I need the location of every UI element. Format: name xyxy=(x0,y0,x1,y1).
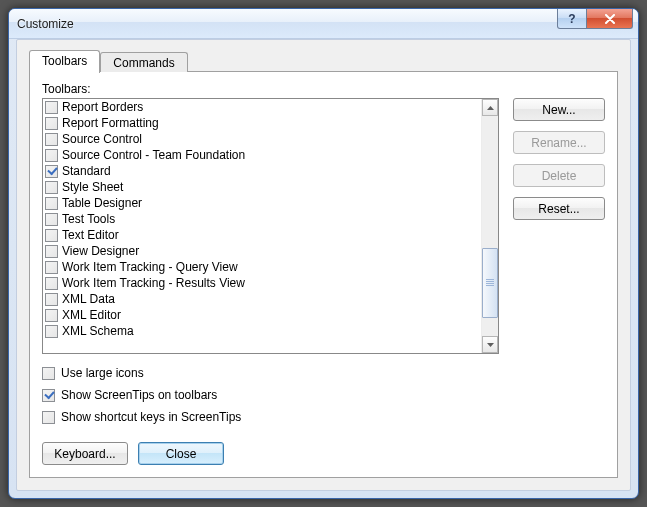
upper-row: Toolbars: Report BordersReport Formattin… xyxy=(42,82,605,354)
option-label: Use large icons xyxy=(61,366,144,380)
checkbox-icon[interactable] xyxy=(45,293,58,306)
listbox-column: Toolbars: Report BordersReport Formattin… xyxy=(42,82,499,354)
scroll-thumb[interactable] xyxy=(482,248,498,318)
listbox-label: Toolbars: xyxy=(42,82,499,96)
checkbox-icon[interactable] xyxy=(45,133,58,146)
side-buttons: New... Rename... Delete Reset... xyxy=(513,98,605,354)
tabpage-toolbars: Toolbars: Report BordersReport Formattin… xyxy=(29,71,618,478)
help-button[interactable]: ? xyxy=(557,9,587,29)
list-item-label: Style Sheet xyxy=(62,180,123,195)
checkbox-icon[interactable] xyxy=(45,149,58,162)
tab-toolbars[interactable]: Toolbars xyxy=(29,50,100,73)
checkbox-icon[interactable] xyxy=(45,325,58,338)
checkbox-icon[interactable] xyxy=(42,367,55,380)
list-item-label: Work Item Tracking - Query View xyxy=(62,260,238,275)
chevron-down-icon xyxy=(487,343,494,347)
list-item-label: Source Control xyxy=(62,132,142,147)
checkbox-icon[interactable] xyxy=(45,197,58,210)
list-item[interactable]: XML Schema xyxy=(43,323,481,339)
tabstrip: Toolbars Commands xyxy=(29,50,618,72)
checkbox-icon[interactable] xyxy=(45,261,58,274)
close-window-button[interactable] xyxy=(587,9,633,29)
scroll-up-button[interactable] xyxy=(482,99,498,116)
toolbars-listbox[interactable]: Report BordersReport FormattingSource Co… xyxy=(42,98,499,354)
close-button[interactable]: Close xyxy=(138,442,224,465)
checkbox-icon[interactable] xyxy=(45,277,58,290)
checkbox-icon[interactable] xyxy=(45,117,58,130)
scroll-track[interactable] xyxy=(482,116,498,336)
list-item-label: Work Item Tracking - Results View xyxy=(62,276,245,291)
list-item-label: Source Control - Team Foundation xyxy=(62,148,245,163)
option-row[interactable]: Show shortcut keys in ScreenTips xyxy=(42,410,605,424)
tab-commands[interactable]: Commands xyxy=(100,52,187,72)
client-area: Toolbars Commands Toolbars: Report Borde… xyxy=(16,39,631,491)
window-title: Customize xyxy=(17,17,557,31)
list-item[interactable]: XML Editor xyxy=(43,307,481,323)
option-row[interactable]: Show ScreenTips on toolbars xyxy=(42,388,605,402)
checkbox-icon[interactable] xyxy=(42,411,55,424)
list-item-label: Test Tools xyxy=(62,212,115,227)
list-item[interactable]: Source Control xyxy=(43,131,481,147)
checkbox-icon[interactable] xyxy=(45,229,58,242)
checkbox-icon[interactable] xyxy=(45,101,58,114)
bottom-bar: Keyboard... Close xyxy=(42,442,605,465)
list-item[interactable]: Report Formatting xyxy=(43,115,481,131)
option-label: Show shortcut keys in ScreenTips xyxy=(61,410,241,424)
list-item[interactable]: Work Item Tracking - Query View xyxy=(43,259,481,275)
list-item[interactable]: Table Designer xyxy=(43,195,481,211)
listbox-items: Report BordersReport FormattingSource Co… xyxy=(43,99,481,353)
titlebar[interactable]: Customize ? xyxy=(9,9,638,39)
delete-button[interactable]: Delete xyxy=(513,164,605,187)
tab-label: Toolbars xyxy=(42,54,87,68)
checkbox-icon[interactable] xyxy=(45,245,58,258)
window-controls: ? xyxy=(557,9,638,38)
list-item[interactable]: XML Data xyxy=(43,291,481,307)
list-item[interactable]: Standard xyxy=(43,163,481,179)
rename-button[interactable]: Rename... xyxy=(513,131,605,154)
chevron-up-icon xyxy=(487,106,494,110)
checkbox-icon[interactable] xyxy=(45,213,58,226)
list-item[interactable]: Text Editor xyxy=(43,227,481,243)
scroll-grip-icon xyxy=(486,279,494,287)
list-item-label: Report Formatting xyxy=(62,116,159,131)
new-button[interactable]: New... xyxy=(513,98,605,121)
checkbox-icon[interactable] xyxy=(45,309,58,322)
customize-dialog: Customize ? Toolbars Commands Toolbars: xyxy=(8,8,639,499)
tab-label: Commands xyxy=(113,56,174,70)
list-item-label: XML Schema xyxy=(62,324,134,339)
list-item-label: XML Editor xyxy=(62,308,121,323)
option-row[interactable]: Use large icons xyxy=(42,366,605,380)
list-item[interactable]: Style Sheet xyxy=(43,179,481,195)
list-item-label: Table Designer xyxy=(62,196,142,211)
list-item-label: Text Editor xyxy=(62,228,119,243)
scroll-down-button[interactable] xyxy=(482,336,498,353)
checkbox-icon[interactable] xyxy=(42,389,55,402)
list-item[interactable]: Work Item Tracking - Results View xyxy=(43,275,481,291)
list-item[interactable]: Source Control - Team Foundation xyxy=(43,147,481,163)
checkbox-icon[interactable] xyxy=(45,181,58,194)
list-item[interactable]: View Designer xyxy=(43,243,481,259)
list-item-label: Standard xyxy=(62,164,111,179)
list-item-label: View Designer xyxy=(62,244,139,259)
list-item-label: XML Data xyxy=(62,292,115,307)
list-item[interactable]: Report Borders xyxy=(43,99,481,115)
close-icon xyxy=(604,14,616,24)
option-label: Show ScreenTips on toolbars xyxy=(61,388,217,402)
checkbox-icon[interactable] xyxy=(45,165,58,178)
list-item[interactable]: Test Tools xyxy=(43,211,481,227)
keyboard-button[interactable]: Keyboard... xyxy=(42,442,128,465)
list-item-label: Report Borders xyxy=(62,100,143,115)
vertical-scrollbar[interactable] xyxy=(481,99,498,353)
reset-button[interactable]: Reset... xyxy=(513,197,605,220)
